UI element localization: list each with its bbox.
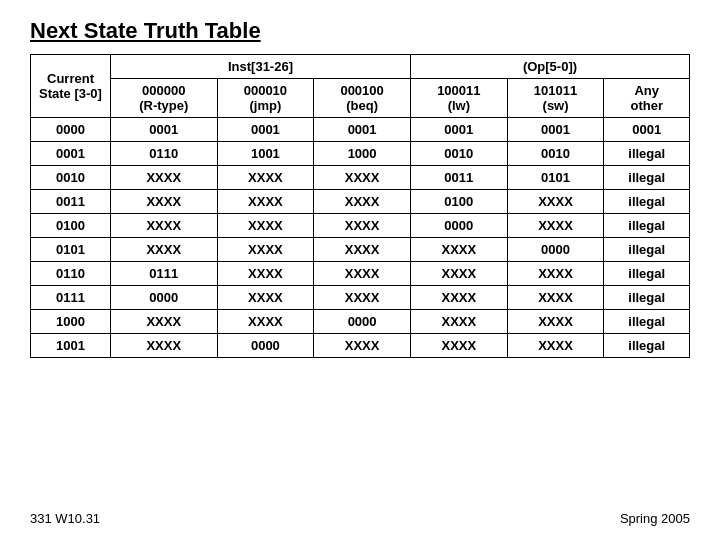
cell-0-5: 0001 bbox=[604, 118, 690, 142]
inst-header: Inst[31-26] bbox=[111, 55, 411, 79]
cell-8-4: XXXX bbox=[507, 310, 604, 334]
cell-7-2: XXXX bbox=[314, 286, 411, 310]
cell-0-1: 0001 bbox=[217, 118, 314, 142]
cell-3-3: 0100 bbox=[410, 190, 507, 214]
table-row: 01110000XXXXXXXXXXXXXXXXillegal bbox=[31, 286, 690, 310]
cell-7-1: XXXX bbox=[217, 286, 314, 310]
col-header-1: 000010(jmp) bbox=[217, 79, 314, 118]
cell-4-0: XXXX bbox=[111, 214, 218, 238]
state-cell-6: 0110 bbox=[31, 262, 111, 286]
footer-right: Spring 2005 bbox=[620, 511, 690, 526]
cell-1-2: 1000 bbox=[314, 142, 411, 166]
cell-2-2: XXXX bbox=[314, 166, 411, 190]
cell-4-1: XXXX bbox=[217, 214, 314, 238]
state-cell-3: 0011 bbox=[31, 190, 111, 214]
cell-9-0: XXXX bbox=[111, 334, 218, 358]
state-cell-7: 0111 bbox=[31, 286, 111, 310]
cell-4-3: 0000 bbox=[410, 214, 507, 238]
footer: 331 W10.31 Spring 2005 bbox=[30, 511, 690, 526]
state-cell-5: 0101 bbox=[31, 238, 111, 262]
cell-1-3: 0010 bbox=[410, 142, 507, 166]
cell-5-2: XXXX bbox=[314, 238, 411, 262]
cell-2-3: 0011 bbox=[410, 166, 507, 190]
table-row: 0100XXXXXXXXXXXX0000XXXXillegal bbox=[31, 214, 690, 238]
cell-2-1: XXXX bbox=[217, 166, 314, 190]
page-title: Next State Truth Table bbox=[0, 0, 720, 54]
cell-1-1: 1001 bbox=[217, 142, 314, 166]
table-container: Current State [3-0] Inst[31-26] (Op[5-0]… bbox=[0, 54, 720, 358]
table-row: 0000000100010001000100010001 bbox=[31, 118, 690, 142]
cell-9-5: illegal bbox=[604, 334, 690, 358]
col-header-5: Anyother bbox=[604, 79, 690, 118]
cell-3-2: XXXX bbox=[314, 190, 411, 214]
table-row: 0101XXXXXXXXXXXXXXXX0000illegal bbox=[31, 238, 690, 262]
cell-3-1: XXXX bbox=[217, 190, 314, 214]
cell-5-4: 0000 bbox=[507, 238, 604, 262]
cell-8-3: XXXX bbox=[410, 310, 507, 334]
table-row: 1000XXXXXXXX0000XXXXXXXXillegal bbox=[31, 310, 690, 334]
cell-6-0: 0111 bbox=[111, 262, 218, 286]
table-row: 1001XXXX0000XXXXXXXXXXXXillegal bbox=[31, 334, 690, 358]
cell-7-5: illegal bbox=[604, 286, 690, 310]
col-header-3: 100011(lw) bbox=[410, 79, 507, 118]
table-row: 0010XXXXXXXXXXXX00110101illegal bbox=[31, 166, 690, 190]
cell-8-1: XXXX bbox=[217, 310, 314, 334]
cell-5-1: XXXX bbox=[217, 238, 314, 262]
footer-left: 331 W10.31 bbox=[30, 511, 100, 526]
cell-6-2: XXXX bbox=[314, 262, 411, 286]
cell-9-1: 0000 bbox=[217, 334, 314, 358]
cell-0-0: 0001 bbox=[111, 118, 218, 142]
cell-6-1: XXXX bbox=[217, 262, 314, 286]
cell-8-0: XXXX bbox=[111, 310, 218, 334]
cell-4-5: illegal bbox=[604, 214, 690, 238]
cell-1-5: illegal bbox=[604, 142, 690, 166]
cell-5-3: XXXX bbox=[410, 238, 507, 262]
cell-3-5: illegal bbox=[604, 190, 690, 214]
op-header: (Op[5-0]) bbox=[410, 55, 689, 79]
cell-6-4: XXXX bbox=[507, 262, 604, 286]
col-header-0: 000000(R-type) bbox=[111, 79, 218, 118]
cell-3-0: XXXX bbox=[111, 190, 218, 214]
cell-2-4: 0101 bbox=[507, 166, 604, 190]
cell-9-2: XXXX bbox=[314, 334, 411, 358]
cell-4-2: XXXX bbox=[314, 214, 411, 238]
col-header-4: 101011(sw) bbox=[507, 79, 604, 118]
cell-0-4: 0001 bbox=[507, 118, 604, 142]
cell-8-2: 0000 bbox=[314, 310, 411, 334]
state-cell-9: 1001 bbox=[31, 334, 111, 358]
cell-7-0: 0000 bbox=[111, 286, 218, 310]
cell-7-4: XXXX bbox=[507, 286, 604, 310]
table-row: 01100111XXXXXXXXXXXXXXXXillegal bbox=[31, 262, 690, 286]
state-cell-8: 1000 bbox=[31, 310, 111, 334]
state-cell-2: 0010 bbox=[31, 166, 111, 190]
truth-table: Current State [3-0] Inst[31-26] (Op[5-0]… bbox=[30, 54, 690, 358]
state-cell-1: 0001 bbox=[31, 142, 111, 166]
cell-3-4: XXXX bbox=[507, 190, 604, 214]
state-cell-0: 0000 bbox=[31, 118, 111, 142]
cell-0-3: 0001 bbox=[410, 118, 507, 142]
cell-2-5: illegal bbox=[604, 166, 690, 190]
cell-2-0: XXXX bbox=[111, 166, 218, 190]
cell-7-3: XXXX bbox=[410, 286, 507, 310]
table-row: 0011XXXXXXXXXXXX0100XXXXillegal bbox=[31, 190, 690, 214]
cell-9-3: XXXX bbox=[410, 334, 507, 358]
table-row: 000101101001100000100010illegal bbox=[31, 142, 690, 166]
state-cell-4: 0100 bbox=[31, 214, 111, 238]
current-state-header: Current State [3-0] bbox=[31, 55, 111, 118]
cell-1-4: 0010 bbox=[507, 142, 604, 166]
cell-6-3: XXXX bbox=[410, 262, 507, 286]
cell-4-4: XXXX bbox=[507, 214, 604, 238]
cell-5-0: XXXX bbox=[111, 238, 218, 262]
cell-1-0: 0110 bbox=[111, 142, 218, 166]
col-header-2: 000100(beq) bbox=[314, 79, 411, 118]
cell-6-5: illegal bbox=[604, 262, 690, 286]
cell-5-5: illegal bbox=[604, 238, 690, 262]
cell-8-5: illegal bbox=[604, 310, 690, 334]
cell-9-4: XXXX bbox=[507, 334, 604, 358]
cell-0-2: 0001 bbox=[314, 118, 411, 142]
